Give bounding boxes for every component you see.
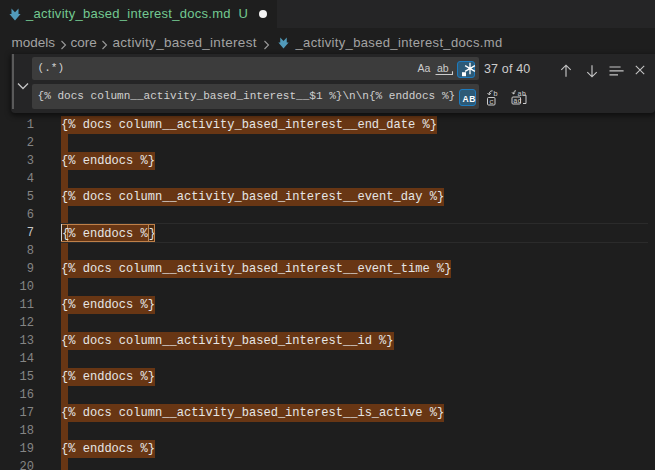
svg-text:c: c (489, 97, 494, 105)
svg-text:b: b (493, 90, 498, 98)
svg-text:ac: ac (513, 96, 521, 104)
